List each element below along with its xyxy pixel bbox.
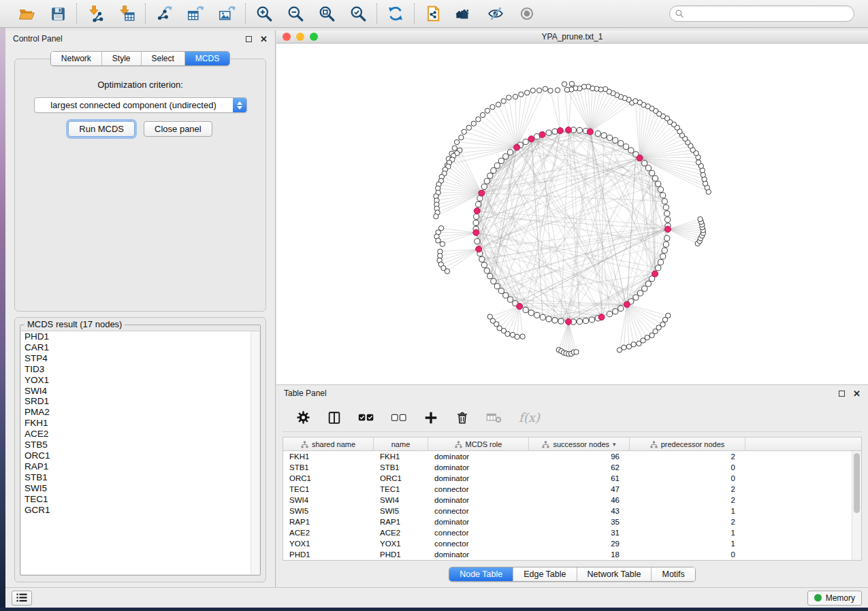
graph-leaf-node[interactable] <box>452 146 457 150</box>
optimization-criterion-dropdown[interactable]: largest connected component (undirected) <box>34 97 247 113</box>
table-scrollbar[interactable] <box>852 451 861 560</box>
graph-ring-node[interactable] <box>660 193 666 198</box>
graph-fan-edge[interactable] <box>519 306 522 336</box>
tab-motifs[interactable]: Motifs <box>651 567 694 581</box>
save-session-icon[interactable] <box>48 4 67 23</box>
mcds-node-item[interactable]: ORC1 <box>21 450 259 461</box>
graph-ring-node[interactable] <box>487 274 493 279</box>
graph-ring-node[interactable] <box>613 309 618 314</box>
graph-ring-node[interactable] <box>642 161 647 166</box>
graph-leaf-node[interactable] <box>466 125 471 130</box>
graph-leaf-node[interactable] <box>536 88 541 93</box>
graph-fan-edge[interactable] <box>441 181 482 193</box>
zoom-in-icon[interactable] <box>255 4 274 23</box>
graph-ring-node[interactable] <box>649 170 655 176</box>
graph-leaf-node[interactable] <box>622 345 626 350</box>
graph-leaf-node[interactable] <box>471 121 476 126</box>
import-network-icon[interactable] <box>86 4 105 23</box>
graph-fan-edge[interactable] <box>448 167 481 193</box>
graph-ring-node[interactable] <box>491 278 496 284</box>
graph-fan-edge[interactable] <box>504 306 519 331</box>
mcds-node-item[interactable]: SWI4 <box>21 386 259 397</box>
graph-ring-node[interactable] <box>660 254 666 259</box>
graph-ring-node[interactable] <box>589 317 594 323</box>
graph-ring-node[interactable] <box>494 284 500 289</box>
graph-leaf-node[interactable] <box>513 94 517 99</box>
table-row[interactable]: ORC1ORC1dominator610 <box>283 473 852 484</box>
graph-fan-edge[interactable] <box>640 125 674 158</box>
export-network-icon[interactable] <box>155 4 174 23</box>
graph-mcds-hub-node[interactable] <box>637 155 643 161</box>
graph-mcds-hub-node[interactable] <box>566 127 572 133</box>
graph-ring-node[interactable] <box>663 205 669 210</box>
task-history-button[interactable] <box>12 591 32 606</box>
graph-leaf-node[interactable] <box>476 117 481 122</box>
graph-mcds-hub-node[interactable] <box>598 314 605 320</box>
graph-ring-node[interactable] <box>540 314 545 320</box>
show-columns-icon[interactable] <box>327 410 342 425</box>
show-eye-icon[interactable] <box>517 4 536 23</box>
graph-fan-edge[interactable] <box>568 322 574 352</box>
float-window-icon[interactable] <box>246 36 252 42</box>
close-panel-icon[interactable]: ✕ <box>853 391 861 397</box>
graph-ring-node[interactable] <box>507 150 513 155</box>
graph-ring-node[interactable] <box>546 130 551 135</box>
home-icon[interactable] <box>455 4 474 23</box>
search-input[interactable] <box>684 9 849 18</box>
graph-ring-node[interactable] <box>498 158 504 163</box>
graph-ring-node[interactable] <box>474 214 479 219</box>
graph-leaf-node[interactable] <box>564 87 569 92</box>
graph-ring-node[interactable] <box>618 306 624 311</box>
graph-mcds-hub-node[interactable] <box>664 226 671 232</box>
mcds-node-item[interactable]: CAR1 <box>21 342 259 353</box>
graph-leaf-node[interactable] <box>496 102 500 107</box>
graph-ring-node[interactable] <box>503 293 509 298</box>
graph-leaf-node[interactable] <box>480 112 485 117</box>
graph-leaf-node[interactable] <box>436 238 440 243</box>
mcds-node-item[interactable]: STP4 <box>21 353 259 364</box>
search-box[interactable] <box>669 5 854 22</box>
import-table-icon[interactable] <box>117 4 136 23</box>
memory-button[interactable]: Memory <box>807 591 862 606</box>
mcds-node-item[interactable]: PMA2 <box>21 407 259 418</box>
graph-ring-node[interactable] <box>662 248 667 253</box>
mcds-node-item[interactable]: PHD1 <box>21 331 259 342</box>
graph-leaf-node[interactable] <box>520 334 525 339</box>
table-options-icon[interactable] <box>296 410 310 425</box>
mcds-node-item[interactable]: STB5 <box>21 440 259 450</box>
table-row[interactable]: SWI4SWI4dominator462 <box>283 495 852 506</box>
graph-leaf-node[interactable] <box>543 86 547 91</box>
graph-ring-node[interactable] <box>662 199 667 204</box>
graph-leaf-node[interactable] <box>631 342 636 346</box>
graph-ring-node[interactable] <box>665 217 671 222</box>
table-row[interactable]: FKH1FKH1dominator962 <box>283 451 852 462</box>
graph-fan-edge[interactable] <box>455 147 517 148</box>
tab-mcds[interactable]: MCDS <box>184 52 229 65</box>
graph-fan-edge[interactable] <box>493 306 519 320</box>
graph-leaf-node[interactable] <box>485 108 489 113</box>
graph-ring-node[interactable] <box>628 148 634 153</box>
graph-fan-edge[interactable] <box>624 305 626 348</box>
graph-ring-node[interactable] <box>664 211 670 216</box>
graph-ring-node[interactable] <box>534 312 540 318</box>
graph-fan-edge[interactable] <box>627 305 668 316</box>
unselect-all-icon[interactable] <box>391 412 407 424</box>
graph-leaf-node[interactable] <box>462 129 466 134</box>
graph-fan-edge[interactable] <box>437 193 482 209</box>
graph-leaf-node[interactable] <box>555 88 560 93</box>
graph-ring-node[interactable] <box>637 291 643 296</box>
tab-edge-table[interactable]: Edge Table <box>513 567 576 581</box>
graph-mcds-hub-node[interactable] <box>624 301 630 308</box>
graph-leaf-node[interactable] <box>459 135 464 139</box>
mcds-node-item[interactable]: TID3 <box>21 364 259 375</box>
graph-mcds-hub-node[interactable] <box>479 190 485 196</box>
hide-eye-icon[interactable] <box>486 4 505 23</box>
graph-leaf-node[interactable] <box>507 95 511 100</box>
run-mcds-button[interactable]: Run MCDS <box>68 121 135 137</box>
graph-ring-node[interactable] <box>491 168 496 174</box>
graph-edge[interactable] <box>515 229 668 303</box>
graph-edge[interactable] <box>590 132 667 214</box>
graph-ring-node[interactable] <box>552 129 558 134</box>
mcds-node-item[interactable]: RAP1 <box>21 461 259 472</box>
graph-ring-node[interactable] <box>658 259 663 265</box>
